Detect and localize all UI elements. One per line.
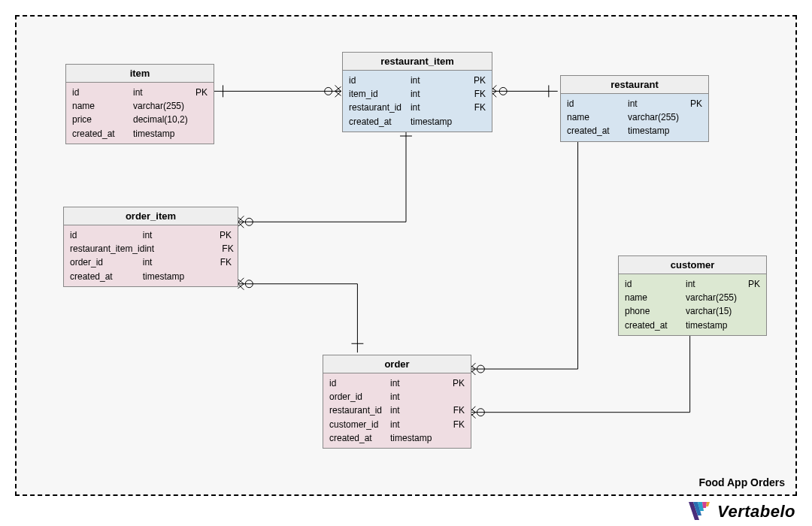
entity-column-row: created_attimestamp [64,270,238,283]
entity-column-row: namevarchar(255) [561,110,708,124]
entity-column-row: created_attimestamp [619,319,766,332]
entity-customer-body: idintPK namevarchar(255) phonevarchar(15… [619,274,766,335]
entity-column-row: idintPK [323,376,471,390]
entity-column-row: phonevarchar(15) [619,304,766,318]
svg-point-0 [325,87,332,95]
entity-customer-title: customer [619,256,766,274]
entity-column-row: idintPK [619,277,766,291]
entity-column-row: order_idintFK [64,255,238,269]
entity-column-row: order_idint [323,390,471,404]
entity-order-title: order [323,355,471,373]
entity-order-item-body: idintPK restaurant_item_idintFK order_id… [64,225,238,286]
entity-restaurant-item[interactable]: restaurant_item idintPK item_idintFK res… [342,52,492,132]
entity-column-row: namevarchar(255) [619,291,766,304]
entity-column-row: created_attimestamp [323,431,471,445]
diagram-canvas: item idintPK namevarchar(255) pricedecim… [15,15,797,496]
svg-point-3 [245,280,253,288]
entity-customer[interactable]: customer idintPK namevarchar(255) phonev… [618,255,767,336]
entity-column-row: idintPK [66,86,214,99]
entity-column-row: restaurant_item_idintFK [64,242,238,255]
entity-column-row: pricedecimal(10,2) [66,113,214,126]
entity-restaurant-item-title: restaurant_item [343,53,492,71]
svg-point-5 [477,409,484,416]
entity-column-row: restaurant_idintFK [323,404,471,417]
entity-restaurant[interactable]: restaurant idintPK namevarchar(255) crea… [560,75,709,142]
vertabelo-logo: Vertabelo [687,500,795,523]
entity-order-body: idintPK order_idint restaurant_idintFK c… [323,373,471,448]
entity-column-row: created_attimestamp [561,124,708,138]
entity-column-row: created_attimestamp [343,115,492,128]
entity-order-item-title: order_item [64,207,238,225]
entity-column-row: created_attimestamp [66,127,214,141]
entity-restaurant-item-body: idintPK item_idintFK restaurant_idintFK … [343,71,492,132]
svg-marker-9 [702,502,707,508]
entity-order-item[interactable]: order_item idintPK restaurant_item_idint… [63,207,238,287]
vertabelo-logo-text: Vertabelo [717,502,795,521]
entity-restaurant-title: restaurant [561,76,708,94]
entity-column-row: idintPK [561,97,708,110]
entity-column-row: customer_idintFK [323,418,471,431]
svg-point-2 [245,218,253,225]
entity-column-row: restaurant_idintFK [343,101,492,114]
entity-order[interactable]: order idintPK order_idint restaurant_idi… [323,355,471,449]
svg-point-4 [477,365,484,373]
entity-column-row: idintPK [343,74,492,87]
entity-item-body: idintPK namevarchar(255) pricedecimal(10… [66,83,214,144]
entity-column-row: item_idintFK [343,87,492,101]
entity-item-title: item [66,65,214,83]
entity-column-row: namevarchar(255) [66,99,214,113]
entity-restaurant-body: idintPK namevarchar(255) created_attimes… [561,94,708,141]
vertabelo-logo-icon [687,500,711,523]
entity-column-row: idintPK [64,228,238,242]
entity-item[interactable]: item idintPK namevarchar(255) pricedecim… [65,64,214,144]
svg-point-1 [499,87,507,95]
diagram-title: Food App Orders [698,476,785,488]
